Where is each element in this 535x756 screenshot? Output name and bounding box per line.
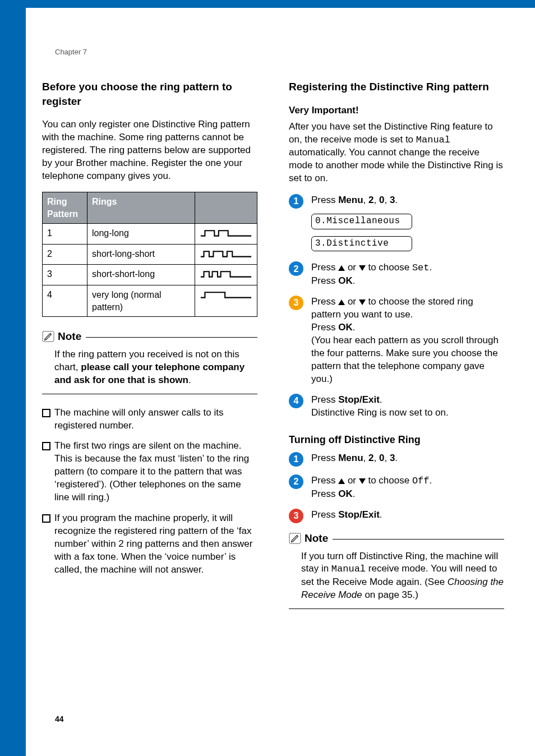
- ring-table: Ring Pattern Rings 1 long-long: [42, 192, 257, 317]
- steps-register: 1Press Menu, 2, 0, 3.0.Miscellaneous3.Di…: [289, 194, 504, 419]
- cell-wave: [195, 285, 257, 316]
- cell-pattern: 3: [43, 265, 87, 285]
- cell-pattern: 1: [43, 224, 87, 245]
- left-intro: You can only register one Distinctive Ri…: [42, 118, 257, 183]
- cell-rings: short-short-long: [87, 265, 195, 285]
- th-wave: [195, 192, 257, 223]
- th-ring-pattern: Ring Pattern: [43, 192, 87, 223]
- note-body: If the ring pattern you received is not …: [42, 346, 257, 394]
- cell-wave: [195, 244, 257, 265]
- note-rule: [333, 539, 504, 540]
- right-intro-mono: Manual: [416, 135, 450, 145]
- note-body: If you turn off Distinctive Ring, the ma…: [289, 548, 504, 610]
- note-rule: [86, 337, 257, 338]
- note-block: Note If the ring pattern you received is…: [42, 329, 257, 394]
- left-heading: Before you choose the ring pattern to re…: [42, 80, 257, 108]
- step-number: 1: [289, 452, 303, 467]
- table-row: 3 short-short-long: [43, 265, 257, 285]
- table-row: 4 very long (normal pattern): [43, 285, 257, 316]
- note-block-2: Note If you turn off Distinctive Ring, t…: [289, 531, 504, 609]
- cell-pattern: 4: [43, 285, 87, 316]
- table-row: 2 short-long-short: [43, 244, 257, 265]
- cell-wave: [195, 265, 257, 285]
- step-body: Press or to choose Off.Press OK.: [311, 474, 504, 501]
- step-number: 3: [289, 296, 303, 310]
- side-bar: [0, 0, 26, 756]
- page-number: 44: [55, 714, 64, 725]
- step-body: Press or to choose Set.Press OK.: [311, 261, 504, 288]
- lcd-display-stack: 0.Miscellaneous3.Distinctive: [311, 210, 504, 252]
- table-row: 1 long-long: [43, 224, 257, 245]
- cell-rings: short-long-short: [87, 244, 195, 265]
- right-column: Registering the Distinctive Ring pattern…: [289, 80, 504, 621]
- step: 3Press or to choose the stored ring patt…: [289, 296, 504, 386]
- left-bullet-list: The machine will only answer calls to it…: [42, 407, 257, 577]
- cell-pattern: 2: [43, 244, 87, 265]
- list-item: The machine will only answer calls to it…: [42, 407, 257, 432]
- list-item: If you program the machine properly, it …: [42, 512, 257, 577]
- list-item: The first two rings are silent on the ma…: [42, 440, 257, 504]
- cell-wave: [195, 224, 257, 245]
- note-label: Note: [305, 531, 328, 546]
- step-number: 2: [289, 261, 303, 276]
- note2-post: on page 35.): [362, 589, 418, 600]
- right-intro-pre: After you have set the Distinctive Ring …: [289, 121, 493, 145]
- step-body: Press or to choose the stored ring patte…: [311, 296, 504, 386]
- very-important: Very Important!: [289, 104, 504, 117]
- note2-mono: Manual: [331, 564, 366, 574]
- step-body: Press Stop/Exit.Distinctive Ring is now …: [311, 394, 504, 420]
- step: 1Press Menu, 2, 0, 3.: [289, 452, 504, 467]
- step: 2Press or to choose Set.Press OK.: [289, 261, 504, 288]
- right-intro-post: automatically. You cannot change the rec…: [289, 147, 503, 183]
- turning-off-heading: Turning off Distinctive Ring: [289, 433, 504, 446]
- chapter-label: Chapter 7: [55, 47, 87, 57]
- lcd-line: 0.Miscellaneous: [311, 214, 412, 229]
- top-bar: [0, 0, 535, 8]
- right-intro: After you have set the Distinctive Ring …: [289, 121, 504, 186]
- steps-off: 1Press Menu, 2, 0, 3.2Press or to choose…: [289, 452, 504, 523]
- note-text-suffix: .: [188, 375, 191, 385]
- step: 1Press Menu, 2, 0, 3.0.Miscellaneous3.Di…: [289, 194, 504, 253]
- step-body: Press Menu, 2, 0, 3.: [311, 452, 504, 467]
- step-number: 4: [289, 394, 303, 408]
- cell-rings: long-long: [87, 224, 195, 245]
- step-body: Press Stop/Exit.: [311, 509, 504, 523]
- note-icon: [289, 533, 301, 544]
- note-text-bold: please call your telephone company and a…: [54, 362, 245, 385]
- side-bar-bottom: [0, 712, 26, 729]
- step-number: 2: [289, 474, 303, 489]
- step-body: Press Menu, 2, 0, 3.0.Miscellaneous3.Dis…: [311, 194, 504, 253]
- left-column: Before you choose the ring pattern to re…: [42, 80, 257, 621]
- note-label: Note: [58, 329, 81, 344]
- step: 2Press or to choose Off.Press OK.: [289, 474, 504, 501]
- step: 4Press Stop/Exit.Distinctive Ring is now…: [289, 394, 504, 420]
- step: 3Press Stop/Exit.: [289, 509, 504, 523]
- step-number: 3: [289, 509, 303, 523]
- lcd-line: 3.Distinctive: [311, 236, 412, 252]
- note-icon: [42, 331, 54, 342]
- step-number: 1: [289, 194, 303, 209]
- th-rings: Rings: [87, 192, 195, 223]
- right-heading: Registering the Distinctive Ring pattern: [289, 80, 504, 94]
- cell-rings: very long (normal pattern): [87, 285, 195, 316]
